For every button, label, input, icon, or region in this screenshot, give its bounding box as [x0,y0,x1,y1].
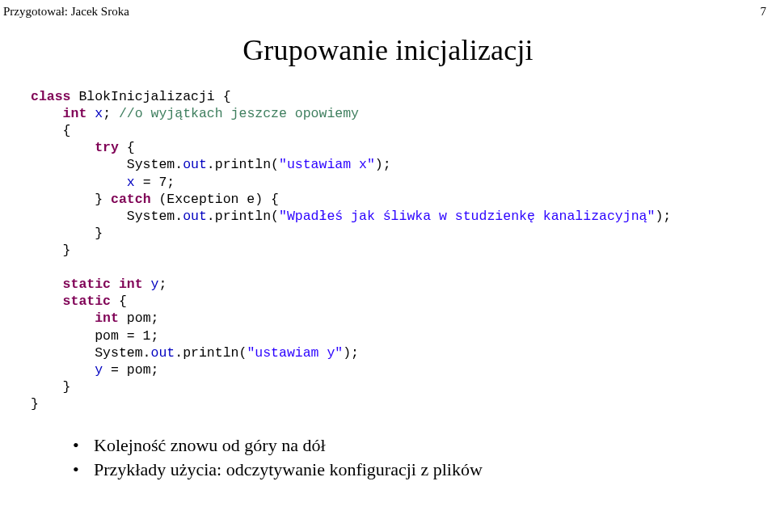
bullet-icon: • [73,458,94,482]
code-text: ); [375,157,391,172]
field-x: x [95,106,103,121]
field-out: out [151,345,175,361]
code-text [86,106,95,121]
code-text [31,140,95,155]
code-text: { [31,123,71,138]
page: Przygotował: Jacek Sroka 7 Grupowanie in… [0,0,776,532]
code-text: BlokInicjalizacji { [71,89,231,104]
page-header: Przygotował: Jacek Sroka 7 [0,0,776,19]
string-literal: "ustawiam x" [279,157,375,172]
comment: //o wyjątkach jeszcze opowiemy [119,106,359,121]
code-text: = 7; [135,175,175,190]
code-text: .println( [207,209,279,224]
code-text: } [31,396,39,412]
string-literal: "Wpadłeś jak śliwka w studzienkę kanaliz… [279,209,655,224]
code-text: System. [31,157,183,172]
code-text [111,277,119,292]
code-text [31,362,95,378]
code-text [31,277,63,292]
field-out: out [183,209,207,224]
code-text [143,277,151,292]
code-text: ); [655,209,671,224]
kw-static: static [63,293,111,309]
code-text: { [111,293,127,309]
page-number: 7 [761,5,767,19]
list-item: • Przykłady użycia: odczytywanie konfigu… [73,458,776,482]
list-item: • Kolejność znowu od góry na dół [73,433,776,458]
code-text: } [31,243,71,258]
string-literal: "ustawiam y" [247,345,343,361]
code-text: System. [31,345,151,361]
code-text: (Exception e) { [151,192,279,207]
code-text: .println( [175,345,247,361]
kw-try: try [95,140,119,155]
kw-int: int [95,310,119,326]
slide-title: Grupowanie inicjalizacji [0,33,776,67]
code-text: ; [103,106,119,121]
kw-catch: catch [111,192,151,207]
code-text: ); [343,345,359,361]
bullet-icon: • [73,433,94,458]
field-out: out [183,157,207,172]
code-text: } [31,226,103,241]
kw-static: static [63,277,111,292]
code-text: } [31,379,71,395]
code-text [31,310,95,326]
code-text: = pom; [103,362,158,378]
code-text: { [119,140,135,155]
bullet-list: • Kolejność znowu od góry na dół • Przyk… [73,433,776,481]
code-text: pom; [119,310,159,326]
field-y: y [95,362,103,378]
field-x: x [127,175,135,190]
code-text: .println( [207,157,279,172]
bullet-text: Kolejność znowu od góry na dół [94,433,326,458]
code-text: ; [158,277,167,292]
code-text [31,106,63,121]
code-text: } [31,192,111,207]
code-text [31,293,63,309]
code-text: pom = 1; [31,328,158,344]
kw-int: int [63,106,87,121]
code-text [31,175,127,190]
field-y: y [151,277,159,292]
code-text: System. [31,209,183,224]
author-label: Przygotował: Jacek Sroka [3,5,129,19]
kw-class: class [31,89,71,104]
code-block: class BlokInicjalizacji { int x; //o wyj… [31,88,776,412]
bullet-text: Przykłady użycia: odczytywanie konfigura… [94,458,483,482]
kw-int: int [119,277,143,292]
